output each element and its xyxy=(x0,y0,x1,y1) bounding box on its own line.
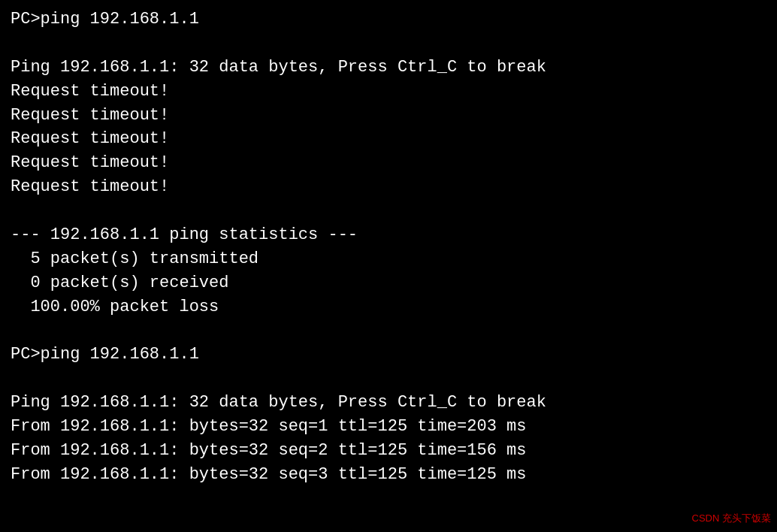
terminal-output: PC>ping 192.168.1.1 Ping 192.168.1.1: 32… xyxy=(11,8,766,487)
watermark: CSDN 充头下饭菜 xyxy=(692,512,771,526)
